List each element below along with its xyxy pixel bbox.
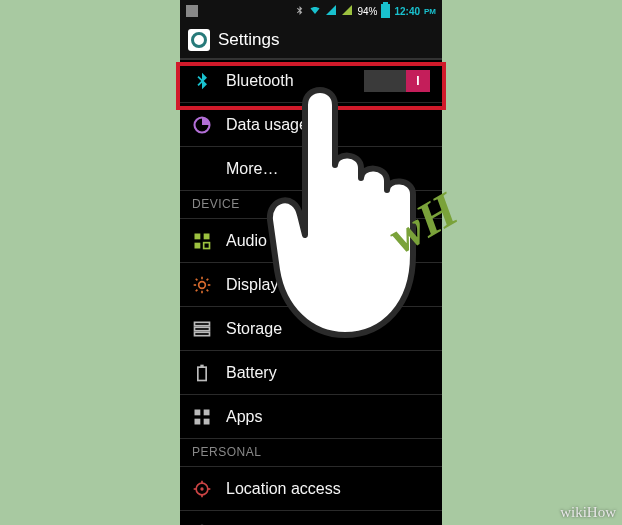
location-icon <box>192 479 212 499</box>
clock-time: 12:40 <box>394 6 420 17</box>
svg-rect-4 <box>204 242 210 248</box>
svg-point-24 <box>200 487 203 490</box>
wikihow-watermark: wikiHow <box>560 504 616 521</box>
svg-rect-22 <box>204 418 210 424</box>
page-title: Settings <box>218 30 279 50</box>
clock-suffix: PM <box>424 7 436 16</box>
svg-line-10 <box>196 278 198 280</box>
svg-rect-18 <box>200 364 203 367</box>
location-access-row[interactable]: Location access <box>180 466 442 510</box>
svg-rect-3 <box>195 242 201 248</box>
apps-label: Apps <box>226 408 430 426</box>
svg-line-13 <box>207 278 209 280</box>
bluetooth-toggle[interactable]: I <box>364 70 430 92</box>
svg-rect-15 <box>195 327 210 330</box>
svg-line-11 <box>207 289 209 291</box>
battery-row[interactable]: Battery <box>180 350 442 394</box>
notification-icon <box>186 5 198 17</box>
apps-icon <box>192 407 212 427</box>
title-bar: Settings <box>180 22 442 58</box>
svg-rect-1 <box>195 233 201 239</box>
storage-icon <box>192 319 212 339</box>
audio-profiles-label: Audio profiles <box>226 232 430 250</box>
svg-point-5 <box>199 281 206 288</box>
settings-list: Bluetooth I Data usage More… DEVICE Audi… <box>180 58 442 525</box>
security-row[interactable]: Security <box>180 510 442 525</box>
battery-percent: 94% <box>357 6 377 17</box>
status-left <box>186 5 198 17</box>
section-personal: PERSONAL <box>180 438 442 466</box>
display-icon <box>192 275 212 295</box>
battery-icon <box>381 4 390 18</box>
signal-2-icon <box>341 4 353 18</box>
bluetooth-icon <box>192 71 212 91</box>
bluetooth-row[interactable]: Bluetooth I <box>180 58 442 102</box>
display-row[interactable]: Display <box>180 262 442 306</box>
status-bar: 94% 12:40 PM <box>180 0 442 22</box>
svg-rect-19 <box>195 409 201 415</box>
phone-frame: 94% 12:40 PM Settings Bluetooth I Data u… <box>180 0 442 525</box>
audio-profiles-row[interactable]: Audio profiles <box>180 218 442 262</box>
more-row[interactable]: More… <box>180 146 442 190</box>
wifi-icon <box>309 4 321 18</box>
settings-app-icon <box>188 29 210 51</box>
battery-label: Battery <box>226 364 430 382</box>
display-label: Display <box>226 276 430 294</box>
signal-1-icon <box>325 4 337 18</box>
apps-row[interactable]: Apps <box>180 394 442 438</box>
bluetooth-status-icon <box>294 5 305 18</box>
storage-label: Storage <box>226 320 430 338</box>
svg-rect-16 <box>195 332 210 335</box>
audio-profiles-icon <box>192 231 212 251</box>
svg-rect-14 <box>195 322 210 325</box>
data-usage-label: Data usage <box>226 116 430 134</box>
toggle-off-side <box>364 70 406 92</box>
svg-rect-17 <box>198 367 206 380</box>
svg-rect-20 <box>204 409 210 415</box>
more-label: More… <box>226 160 430 178</box>
storage-row[interactable]: Storage <box>180 306 442 350</box>
section-device: DEVICE <box>180 190 442 218</box>
data-usage-row[interactable]: Data usage <box>180 102 442 146</box>
location-access-label: Location access <box>226 480 430 498</box>
toggle-on-side: I <box>406 70 430 92</box>
status-right: 94% 12:40 PM <box>294 4 436 18</box>
svg-rect-2 <box>204 233 210 239</box>
svg-rect-21 <box>195 418 201 424</box>
data-usage-icon <box>192 115 212 135</box>
svg-line-12 <box>196 289 198 291</box>
battery-menu-icon <box>192 363 212 383</box>
bluetooth-label: Bluetooth <box>226 72 350 90</box>
